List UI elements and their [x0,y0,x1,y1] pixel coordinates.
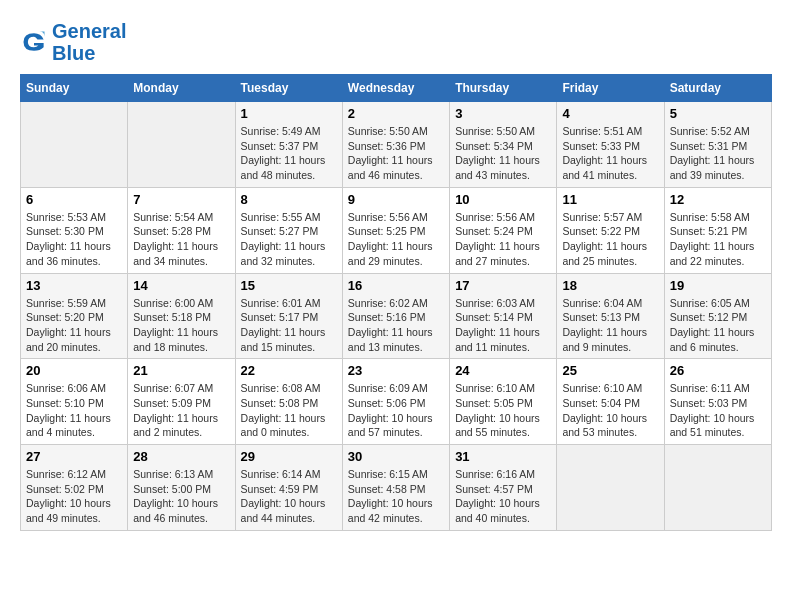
calendar-cell: 1Sunrise: 5:49 AMSunset: 5:37 PMDaylight… [235,102,342,188]
day-number: 7 [133,192,229,207]
calendar-cell: 27Sunrise: 6:12 AMSunset: 5:02 PMDayligh… [21,445,128,531]
weekday-header-cell: Monday [128,75,235,102]
weekday-header-cell: Wednesday [342,75,449,102]
day-info: Sunrise: 6:02 AMSunset: 5:16 PMDaylight:… [348,296,444,355]
calendar-cell: 23Sunrise: 6:09 AMSunset: 5:06 PMDayligh… [342,359,449,445]
day-info: Sunrise: 6:03 AMSunset: 5:14 PMDaylight:… [455,296,551,355]
logo-icon [20,28,48,56]
day-info: Sunrise: 5:56 AMSunset: 5:25 PMDaylight:… [348,210,444,269]
calendar-cell: 9Sunrise: 5:56 AMSunset: 5:25 PMDaylight… [342,187,449,273]
calendar-cell: 8Sunrise: 5:55 AMSunset: 5:27 PMDaylight… [235,187,342,273]
calendar-cell: 28Sunrise: 6:13 AMSunset: 5:00 PMDayligh… [128,445,235,531]
day-number: 3 [455,106,551,121]
day-info: Sunrise: 5:56 AMSunset: 5:24 PMDaylight:… [455,210,551,269]
calendar-cell: 13Sunrise: 5:59 AMSunset: 5:20 PMDayligh… [21,273,128,359]
calendar-cell: 7Sunrise: 5:54 AMSunset: 5:28 PMDaylight… [128,187,235,273]
day-number: 14 [133,278,229,293]
day-info: Sunrise: 5:59 AMSunset: 5:20 PMDaylight:… [26,296,122,355]
day-number: 30 [348,449,444,464]
calendar-week-row: 20Sunrise: 6:06 AMSunset: 5:10 PMDayligh… [21,359,772,445]
day-number: 5 [670,106,766,121]
day-info: Sunrise: 6:00 AMSunset: 5:18 PMDaylight:… [133,296,229,355]
day-number: 29 [241,449,337,464]
day-info: Sunrise: 5:52 AMSunset: 5:31 PMDaylight:… [670,124,766,183]
calendar-cell: 22Sunrise: 6:08 AMSunset: 5:08 PMDayligh… [235,359,342,445]
day-info: Sunrise: 6:15 AMSunset: 4:58 PMDaylight:… [348,467,444,526]
day-info: Sunrise: 6:01 AMSunset: 5:17 PMDaylight:… [241,296,337,355]
calendar-cell [21,102,128,188]
calendar-cell: 21Sunrise: 6:07 AMSunset: 5:09 PMDayligh… [128,359,235,445]
calendar-cell: 11Sunrise: 5:57 AMSunset: 5:22 PMDayligh… [557,187,664,273]
calendar-cell: 2Sunrise: 5:50 AMSunset: 5:36 PMDaylight… [342,102,449,188]
logo: General Blue [20,20,126,64]
calendar-cell: 5Sunrise: 5:52 AMSunset: 5:31 PMDaylight… [664,102,771,188]
day-number: 19 [670,278,766,293]
day-info: Sunrise: 5:57 AMSunset: 5:22 PMDaylight:… [562,210,658,269]
day-number: 13 [26,278,122,293]
day-info: Sunrise: 5:58 AMSunset: 5:21 PMDaylight:… [670,210,766,269]
calendar-cell: 29Sunrise: 6:14 AMSunset: 4:59 PMDayligh… [235,445,342,531]
day-number: 10 [455,192,551,207]
calendar-week-row: 6Sunrise: 5:53 AMSunset: 5:30 PMDaylight… [21,187,772,273]
weekday-header-cell: Tuesday [235,75,342,102]
day-number: 26 [670,363,766,378]
day-number: 22 [241,363,337,378]
day-number: 15 [241,278,337,293]
calendar-cell: 15Sunrise: 6:01 AMSunset: 5:17 PMDayligh… [235,273,342,359]
day-number: 2 [348,106,444,121]
day-info: Sunrise: 6:13 AMSunset: 5:00 PMDaylight:… [133,467,229,526]
day-info: Sunrise: 6:10 AMSunset: 5:04 PMDaylight:… [562,381,658,440]
day-number: 11 [562,192,658,207]
day-number: 4 [562,106,658,121]
calendar-cell: 20Sunrise: 6:06 AMSunset: 5:10 PMDayligh… [21,359,128,445]
calendar-cell: 4Sunrise: 5:51 AMSunset: 5:33 PMDaylight… [557,102,664,188]
day-number: 9 [348,192,444,207]
day-number: 27 [26,449,122,464]
calendar-cell [557,445,664,531]
day-info: Sunrise: 5:51 AMSunset: 5:33 PMDaylight:… [562,124,658,183]
calendar-cell: 10Sunrise: 5:56 AMSunset: 5:24 PMDayligh… [450,187,557,273]
calendar-cell: 6Sunrise: 5:53 AMSunset: 5:30 PMDaylight… [21,187,128,273]
day-number: 16 [348,278,444,293]
day-info: Sunrise: 6:09 AMSunset: 5:06 PMDaylight:… [348,381,444,440]
day-number: 25 [562,363,658,378]
day-number: 21 [133,363,229,378]
weekday-header-cell: Saturday [664,75,771,102]
day-info: Sunrise: 6:04 AMSunset: 5:13 PMDaylight:… [562,296,658,355]
calendar-cell: 12Sunrise: 5:58 AMSunset: 5:21 PMDayligh… [664,187,771,273]
weekday-header-cell: Thursday [450,75,557,102]
calendar-cell: 14Sunrise: 6:00 AMSunset: 5:18 PMDayligh… [128,273,235,359]
day-info: Sunrise: 6:12 AMSunset: 5:02 PMDaylight:… [26,467,122,526]
day-info: Sunrise: 5:50 AMSunset: 5:34 PMDaylight:… [455,124,551,183]
calendar-cell [128,102,235,188]
calendar-cell: 3Sunrise: 5:50 AMSunset: 5:34 PMDaylight… [450,102,557,188]
day-number: 24 [455,363,551,378]
weekday-header-cell: Friday [557,75,664,102]
calendar-week-row: 13Sunrise: 5:59 AMSunset: 5:20 PMDayligh… [21,273,772,359]
calendar-cell: 30Sunrise: 6:15 AMSunset: 4:58 PMDayligh… [342,445,449,531]
calendar-cell: 26Sunrise: 6:11 AMSunset: 5:03 PMDayligh… [664,359,771,445]
day-number: 6 [26,192,122,207]
day-number: 17 [455,278,551,293]
day-info: Sunrise: 6:11 AMSunset: 5:03 PMDaylight:… [670,381,766,440]
day-number: 31 [455,449,551,464]
calendar-cell: 17Sunrise: 6:03 AMSunset: 5:14 PMDayligh… [450,273,557,359]
calendar-cell: 18Sunrise: 6:04 AMSunset: 5:13 PMDayligh… [557,273,664,359]
day-info: Sunrise: 5:49 AMSunset: 5:37 PMDaylight:… [241,124,337,183]
day-info: Sunrise: 6:10 AMSunset: 5:05 PMDaylight:… [455,381,551,440]
day-info: Sunrise: 6:06 AMSunset: 5:10 PMDaylight:… [26,381,122,440]
calendar-cell: 24Sunrise: 6:10 AMSunset: 5:05 PMDayligh… [450,359,557,445]
calendar-table: SundayMondayTuesdayWednesdayThursdayFrid… [20,74,772,531]
calendar-cell: 31Sunrise: 6:16 AMSunset: 4:57 PMDayligh… [450,445,557,531]
calendar-cell: 25Sunrise: 6:10 AMSunset: 5:04 PMDayligh… [557,359,664,445]
day-number: 8 [241,192,337,207]
weekday-header-row: SundayMondayTuesdayWednesdayThursdayFrid… [21,75,772,102]
day-number: 28 [133,449,229,464]
day-number: 23 [348,363,444,378]
day-number: 18 [562,278,658,293]
day-info: Sunrise: 6:14 AMSunset: 4:59 PMDaylight:… [241,467,337,526]
calendar-week-row: 1Sunrise: 5:49 AMSunset: 5:37 PMDaylight… [21,102,772,188]
day-number: 20 [26,363,122,378]
day-info: Sunrise: 6:05 AMSunset: 5:12 PMDaylight:… [670,296,766,355]
calendar-week-row: 27Sunrise: 6:12 AMSunset: 5:02 PMDayligh… [21,445,772,531]
